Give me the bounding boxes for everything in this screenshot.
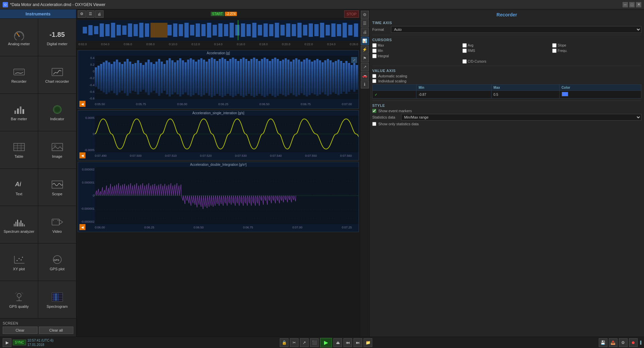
- svg-rect-66: [173, 23, 178, 37]
- save-button[interactable]: 💾: [599, 338, 607, 347]
- maximize-button[interactable]: □: [629, 2, 635, 7]
- toolbar-list-btn[interactable]: ☰: [86, 10, 94, 18]
- app-icon: O: [3, 2, 8, 7]
- clear-button[interactable]: Clear: [3, 327, 38, 334]
- instrument-gps-plot[interactable]: GPS GPS plot: [38, 243, 76, 281]
- right-icon-share[interactable]: ↗: [361, 63, 369, 71]
- show-event-markers-checkbox[interactable]: [372, 109, 376, 113]
- cursor-integral-checkbox[interactable]: [372, 54, 377, 58]
- right-icon-print[interactable]: 🖨: [361, 28, 369, 36]
- svg-point-39: [17, 293, 21, 297]
- svg-rect-135: [166, 60, 168, 94]
- window-controls: ─ □ ✕: [623, 2, 641, 7]
- instrument-recorder[interactable]: Recorder: [0, 56, 38, 93]
- cursor-slope-checkbox[interactable]: [552, 43, 557, 48]
- instrument-spectrum-analyzer[interactable]: Spectrum analyzer: [0, 206, 38, 243]
- svg-rect-151: [208, 59, 210, 96]
- eject-button[interactable]: ⏏: [333, 338, 342, 347]
- svg-rect-203: [345, 61, 347, 94]
- chart2-title: Acceleration_single_interation [g/s]: [78, 111, 359, 116]
- cursor-freq-checkbox[interactable]: [552, 49, 557, 53]
- right-icon-car[interactable]: 🚗: [361, 72, 369, 80]
- record-button[interactable]: ⏺: [629, 338, 638, 347]
- cursor-button[interactable]: ↗: [300, 338, 309, 347]
- right-icon-chart[interactable]: 📊: [361, 37, 369, 45]
- trim-button[interactable]: ✂: [290, 338, 299, 347]
- svg-rect-19: [52, 181, 63, 188]
- svg-rect-7: [20, 107, 21, 114]
- svg-rect-26: [24, 224, 25, 226]
- clear-all-button[interactable]: Clear all: [39, 327, 74, 334]
- right-icon-list[interactable]: ☰: [361, 19, 369, 27]
- folder-button[interactable]: 📁: [364, 338, 372, 347]
- chart3-back-button[interactable]: ◀: [79, 224, 85, 230]
- toolbar-print-btn[interactable]: 🖨: [95, 10, 104, 18]
- right-icon-lightning[interactable]: ⚡: [361, 46, 369, 54]
- instrument-chart-recorder[interactable]: Chart recorder: [38, 56, 76, 93]
- svg-rect-86: [286, 23, 291, 37]
- svg-rect-87: [292, 24, 296, 36]
- fast-forward-button[interactable]: ⏭: [353, 338, 362, 347]
- chart2-back-button[interactable]: ◀: [79, 152, 85, 158]
- instrument-xy-plot[interactable]: XY plot: [0, 243, 38, 281]
- center-play-button[interactable]: ▶: [320, 338, 332, 347]
- instrument-analog-meter[interactable]: Analog meter: [0, 19, 38, 56]
- statistics-select[interactable]: Min/Max range: [401, 114, 641, 121]
- instrument-indicator[interactable]: Indicator: [38, 94, 76, 131]
- svg-rect-62: [145, 23, 149, 37]
- right-icon-info[interactable]: ℹ: [361, 80, 369, 88]
- chart1-expand-button[interactable]: ⤢: [351, 57, 357, 63]
- svg-rect-158: [227, 61, 229, 94]
- color-swatch[interactable]: [562, 92, 568, 96]
- show-only-stats-checkbox[interactable]: [372, 122, 376, 126]
- instrument-bar-meter[interactable]: Bar meter: [0, 94, 38, 131]
- cursor-min-checkbox[interactable]: [372, 49, 377, 53]
- zoom-button[interactable]: ⬛: [310, 338, 319, 347]
- format-select[interactable]: Auto: [391, 26, 641, 33]
- right-icon-settings[interactable]: ⚙: [361, 11, 369, 19]
- right-icon-flag[interactable]: ⚑: [361, 54, 369, 62]
- cursor-rms-checkbox[interactable]: [462, 49, 467, 53]
- svg-rect-67: [179, 24, 183, 36]
- svg-rect-147: [198, 60, 200, 95]
- individual-scaling-checkbox[interactable]: [372, 79, 376, 83]
- bottom-right: 💾 📤 ⚙ ⏺ ▐: [599, 338, 641, 347]
- instrument-image[interactable]: Image: [38, 131, 76, 168]
- minimize-button[interactable]: ─: [623, 2, 628, 7]
- svg-rect-49: [57, 293, 59, 301]
- svg-rect-170: [258, 61, 260, 94]
- svg-rect-150: [206, 62, 208, 93]
- chart1-back-button[interactable]: ◀: [79, 101, 85, 107]
- svg-rect-111: [103, 62, 105, 92]
- cursor-cd-checkbox[interactable]: [462, 59, 467, 64]
- statistics-row: Statistics data Min/Max range: [372, 114, 641, 121]
- svg-rect-61: [139, 23, 143, 38]
- svg-rect-199: [335, 61, 337, 94]
- settings-bottom-button[interactable]: ⚙: [619, 338, 628, 347]
- instrument-scope[interactable]: Scope: [38, 169, 76, 206]
- instrument-video[interactable]: Video: [38, 206, 76, 243]
- chart1-title: Acceleration [g]: [78, 51, 359, 56]
- svg-rect-85: [280, 25, 285, 36]
- timeline-ruler[interactable]: 0:02.0 0:04.0 0:06.0 0:08.0 0:10.0 0:12.…: [76, 41, 360, 48]
- play-button[interactable]: ▶: [3, 338, 11, 347]
- chart3-y-axis: 0.000002 0.000001 0 -0.000001 -0.000002: [79, 167, 94, 224]
- instrument-table[interactable]: Table: [0, 131, 38, 168]
- lock-button[interactable]: 🔒: [280, 338, 288, 347]
- instrument-text[interactable]: Ai Text: [0, 169, 38, 206]
- instrument-digital-meter[interactable]: -1.85 Digital meter: [38, 19, 76, 56]
- instrument-gps-quality[interactable]: GPS quality: [0, 281, 38, 318]
- export-button[interactable]: 📤: [609, 338, 618, 347]
- rewind-button[interactable]: ⏮: [343, 338, 352, 347]
- close-button[interactable]: ✕: [636, 2, 641, 7]
- cursor-max-checkbox[interactable]: [372, 43, 377, 48]
- timeline-container[interactable]: 0:02.0 0:04.0 0:06.0 0:08.0 0:10.0 0:12.…: [76, 19, 360, 49]
- instrument-spectrogram[interactable]: Spectrogram: [38, 281, 76, 318]
- svg-rect-84: [275, 23, 279, 38]
- svg-rect-74: [218, 23, 223, 37]
- bar-meter-label: Bar meter: [11, 117, 27, 121]
- cursor-avg-checkbox[interactable]: [462, 43, 467, 48]
- toolbar-settings-btn[interactable]: ⚙: [78, 10, 86, 18]
- svg-rect-11: [14, 143, 24, 151]
- automatic-scaling-checkbox[interactable]: [372, 74, 376, 78]
